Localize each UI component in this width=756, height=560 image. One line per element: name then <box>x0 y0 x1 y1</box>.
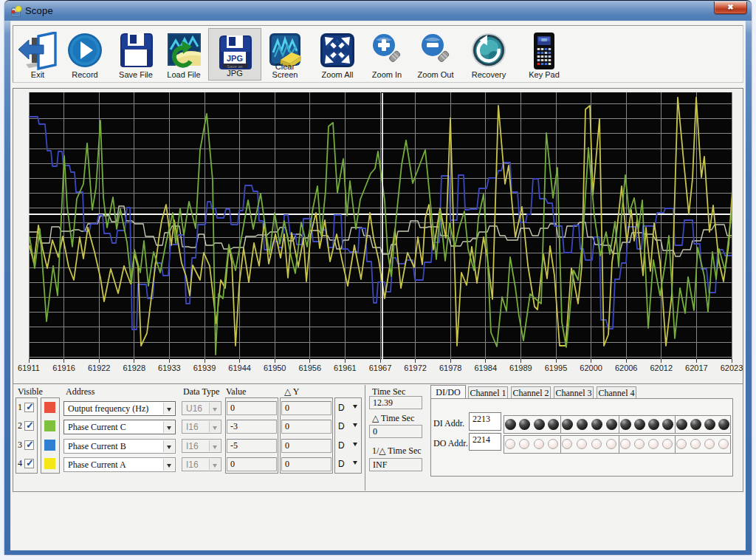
svg-text:62017: 62017 <box>685 363 708 372</box>
svg-text:888: 888 <box>541 38 547 42</box>
svg-text:61939: 61939 <box>193 363 216 372</box>
svg-text:61944: 61944 <box>228 363 251 372</box>
svg-text:61911: 61911 <box>18 363 40 372</box>
svg-text:JPG: JPG <box>227 54 243 63</box>
svg-text:61978: 61978 <box>439 363 462 372</box>
svg-text:61922: 61922 <box>88 363 111 372</box>
svg-text:61972: 61972 <box>404 363 427 372</box>
svg-text:61995: 61995 <box>545 363 568 372</box>
svg-text:62006: 62006 <box>615 363 638 372</box>
svg-text:61967: 61967 <box>369 363 392 372</box>
svg-text:61950: 61950 <box>264 363 286 372</box>
svg-text:61928: 61928 <box>123 363 146 372</box>
svg-text:61956: 61956 <box>299 363 322 372</box>
svg-text:61916: 61916 <box>52 363 75 372</box>
svg-text:62023: 62023 <box>721 363 743 372</box>
svg-text:61961: 61961 <box>334 363 357 372</box>
svg-text:61984: 61984 <box>475 363 498 372</box>
svg-text:62012: 62012 <box>650 363 673 372</box>
svg-text:Save as: Save as <box>227 64 243 69</box>
svg-text:62000: 62000 <box>580 363 602 372</box>
svg-text:61989: 61989 <box>509 363 532 372</box>
svg-text:61933: 61933 <box>158 363 181 372</box>
